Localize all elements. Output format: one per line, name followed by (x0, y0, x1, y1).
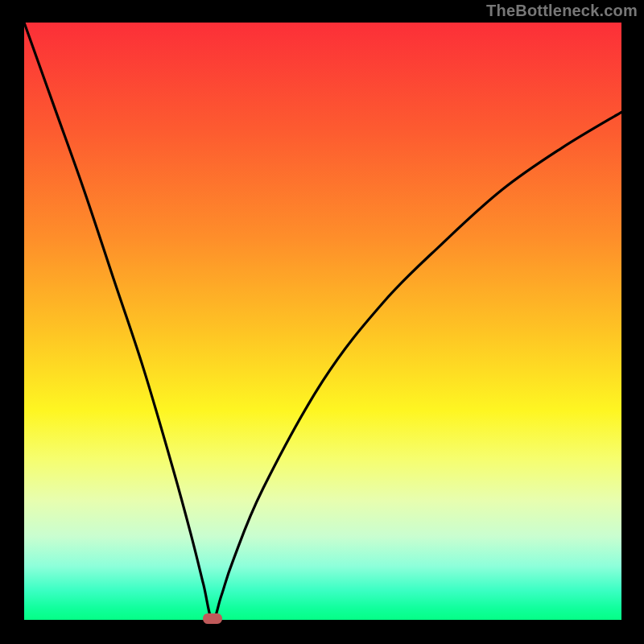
bottleneck-curve-path (24, 23, 621, 620)
chart-frame: TheBottleneck.com (0, 0, 644, 644)
chart-plot-area (24, 23, 621, 620)
minimum-marker (203, 613, 222, 624)
bottleneck-curve-svg (24, 23, 621, 620)
watermark-text: TheBottleneck.com (486, 2, 638, 20)
